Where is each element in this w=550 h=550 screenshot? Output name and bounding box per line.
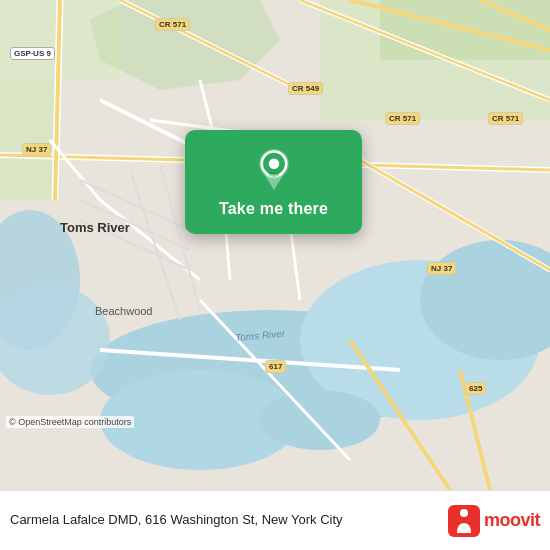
badge-cr571-mid: CR 571 [385,112,420,125]
moovit-text: moovit [484,510,540,531]
svg-point-48 [460,509,468,517]
map-container: Toms River Beachwood Toms River GSP·US 9… [0,0,550,490]
badge-cr571-top: CR 571 [155,18,190,31]
beachwood-label: Beachwood [95,305,153,317]
moovit-icon [448,505,480,537]
toms-river-label: Toms River [60,220,130,235]
badge-nj37-right: NJ 37 [427,262,456,275]
moovit-logo: moovit [448,505,540,537]
location-description: Carmela Lafalce DMD, 616 Washington St, … [10,512,448,529]
badge-617: 617 [265,360,286,373]
take-me-there-label: Take me there [219,200,328,218]
svg-point-46 [268,172,279,177]
badge-gsp-us9: GSP·US 9 [10,47,55,60]
take-me-there-card[interactable]: Take me there [185,130,362,234]
badge-cr549: CR 549 [288,82,323,95]
svg-point-10 [260,390,380,450]
osm-attribution: © OpenStreetMap contributors [6,416,134,428]
bottom-bar: Carmela Lafalce DMD, 616 Washington St, … [0,490,550,550]
badge-cr571-right: CR 571 [488,112,523,125]
badge-625: 625 [465,382,486,395]
location-pin-icon [253,148,295,190]
badge-nj37-left: NJ 37 [22,143,51,156]
svg-point-44 [268,159,279,170]
